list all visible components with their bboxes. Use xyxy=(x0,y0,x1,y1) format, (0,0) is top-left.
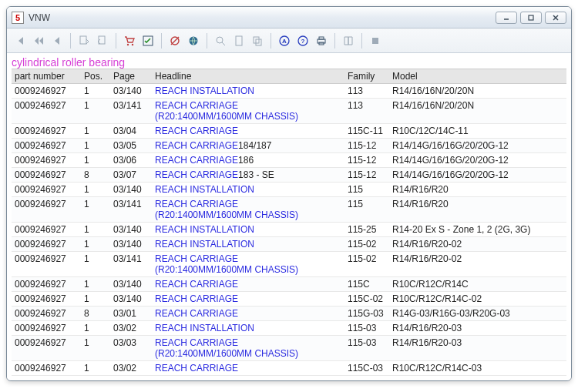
cart-icon[interactable] xyxy=(121,32,138,49)
headline-link[interactable]: REACH INSTALLATION xyxy=(155,239,254,250)
cell-model: R14/14G/16/16G/20/20G-12 xyxy=(389,139,566,153)
cell-family: 115 xyxy=(344,183,389,197)
headline-subtext[interactable]: (R20:1400MM/1600MM CHASSIS) xyxy=(155,264,341,275)
export-alt-icon[interactable] xyxy=(94,32,111,49)
stop-icon[interactable] xyxy=(367,32,384,49)
headline-link[interactable]: REACH CARRIAGE xyxy=(155,199,238,209)
cell-family: 115-12 xyxy=(344,139,389,153)
table-row[interactable]: 0009246927803/01REACH CARRIAGE115G-03R14… xyxy=(12,307,566,321)
cell-pos: 1 xyxy=(81,321,110,336)
col-headline[interactable]: Headline xyxy=(152,69,344,84)
cell-pos: 1 xyxy=(81,84,110,99)
col-model[interactable]: Model xyxy=(389,69,566,84)
page-icon[interactable] xyxy=(230,32,247,49)
cell-model: R14/16/16N/20/20N xyxy=(389,84,566,99)
table-row[interactable]: 0009246927103/02REACH INSTALLATION115-03… xyxy=(12,321,566,336)
cell-page: 03/06 xyxy=(110,153,152,168)
copy-icon[interactable] xyxy=(249,32,266,49)
cell-pos: 1 xyxy=(81,183,110,197)
cell-pos: 1 xyxy=(81,361,110,376)
toolbar-separator xyxy=(161,33,162,49)
headline-link[interactable]: REACH CARRIAGE xyxy=(155,140,238,151)
svg-rect-1 xyxy=(529,15,533,20)
headline-link[interactable]: REACH INSTALLATION xyxy=(155,224,254,235)
hide-red-icon[interactable] xyxy=(166,32,183,49)
headline-link[interactable]: REACH CARRIAGE xyxy=(155,293,238,304)
page-heading: cylindrical roller bearing xyxy=(12,55,566,69)
table-row[interactable]: 0009246927103/02REACH CARRIAGE115C-03R10… xyxy=(12,361,566,376)
nav-first-icon[interactable] xyxy=(12,32,29,49)
cell-part: 0009246927 xyxy=(12,223,81,237)
annotate-icon[interactable]: A xyxy=(276,32,293,49)
cell-headline: REACH CARRIAGE xyxy=(152,124,344,139)
headline-link[interactable]: REACH INSTALLATION xyxy=(155,323,254,333)
headline-link[interactable]: REACH CARRIAGE xyxy=(155,308,238,319)
table-row[interactable]: 0009246927103/06REACH CARRIAGE186115-12R… xyxy=(12,153,566,168)
svg-line-13 xyxy=(222,42,225,45)
headline-subtext[interactable]: (R20:1400MM/1600MM CHASSIS) xyxy=(155,111,341,122)
headline-link[interactable]: REACH CARRIAGE xyxy=(155,155,238,166)
globe-icon[interactable] xyxy=(185,32,202,49)
svg-text:A: A xyxy=(282,38,287,45)
help-icon[interactable]: ? xyxy=(294,32,311,49)
col-pos[interactable]: Pos. xyxy=(81,69,110,84)
table-row[interactable]: 0009246927103/141REACH CARRIAGE(R20:1400… xyxy=(12,252,566,277)
zoom-icon[interactable] xyxy=(212,32,229,49)
maximize-button[interactable] xyxy=(520,12,542,24)
cell-model: R14/R16/R20-03 xyxy=(389,336,566,361)
cell-headline: REACH INSTALLATION xyxy=(152,237,344,252)
headline-link[interactable]: REACH CARRIAGE xyxy=(155,279,238,290)
headline-link[interactable]: REACH INSTALLATION xyxy=(155,184,254,195)
nav-back-icon[interactable] xyxy=(49,32,66,49)
cell-pos: 1 xyxy=(81,237,110,252)
toolbar-separator xyxy=(361,33,362,49)
headline-subtext[interactable]: (R20:1400MM/1600MM CHASSIS) xyxy=(155,209,341,220)
headline-link[interactable]: REACH CARRIAGE xyxy=(155,126,238,136)
checklist-icon[interactable] xyxy=(139,32,156,49)
headline-link[interactable]: REACH CARRIAGE xyxy=(155,253,238,264)
cell-part: 0009246927 xyxy=(12,84,81,99)
table-row[interactable]: 0009246927103/141REACH CARRIAGE(R20:1400… xyxy=(12,197,566,223)
cell-family: 115C xyxy=(344,277,389,292)
svg-text:?: ? xyxy=(301,38,305,45)
app-icon: 5 xyxy=(12,12,24,24)
table-row[interactable]: 0009246927803/07REACH CARRIAGE183 - SE11… xyxy=(12,168,566,183)
table-row[interactable]: 0009246927103/140REACH INSTALLATION115R1… xyxy=(12,183,566,197)
cell-page: 03/04 xyxy=(110,124,152,139)
headline-link[interactable]: REACH INSTALLATION xyxy=(155,85,254,96)
headline-link[interactable]: REACH CARRIAGE xyxy=(155,169,238,180)
cell-page: 03/02 xyxy=(110,361,152,376)
col-page[interactable]: Page xyxy=(110,69,152,84)
cell-headline: REACH CARRIAGE xyxy=(152,361,344,376)
cell-model: R10C/R12C/R14C xyxy=(389,277,566,292)
print-icon[interactable] xyxy=(313,32,330,49)
table-row[interactable]: 0009246927103/05REACH CARRIAGE184/187115… xyxy=(12,139,566,153)
cell-part: 0009246927 xyxy=(12,124,81,139)
cell-part: 0009246927 xyxy=(12,307,81,321)
headline-link[interactable]: REACH CARRIAGE xyxy=(155,363,238,374)
table-row[interactable]: 0009246927103/140REACH INSTALLATION115-2… xyxy=(12,223,566,237)
cell-part: 0009246927 xyxy=(12,237,81,252)
table-row[interactable]: 0009246927103/141REACH CARRIAGE(R20:1400… xyxy=(12,99,566,124)
cell-pos: 8 xyxy=(81,307,110,321)
cell-part: 0009246927 xyxy=(12,321,81,336)
nav-fast-back-icon[interactable] xyxy=(30,32,47,49)
cell-headline: REACH INSTALLATION xyxy=(152,321,344,336)
table-row[interactable]: 0009246927103/140REACH INSTALLATION113R1… xyxy=(12,84,566,99)
table-row[interactable]: 0009246927103/140REACH CARRIAGE115C-02R1… xyxy=(12,292,566,307)
table-row[interactable]: 0009246927103/140REACH INSTALLATION115-0… xyxy=(12,237,566,252)
table-row[interactable]: 0009246927103/140REACH CARRIAGE115CR10C/… xyxy=(12,277,566,292)
headline-link[interactable]: REACH CARRIAGE xyxy=(155,100,238,111)
content-area: cylindrical roller bearing part number P… xyxy=(7,53,571,380)
col-family[interactable]: Family xyxy=(344,69,389,84)
table-row[interactable]: 0009246927103/04REACH CARRIAGE115C-11R10… xyxy=(12,124,566,139)
close-button[interactable] xyxy=(545,12,566,24)
book-icon[interactable] xyxy=(340,32,357,49)
minimize-button[interactable] xyxy=(496,12,517,24)
col-part-number[interactable]: part number xyxy=(12,69,81,84)
table-row[interactable]: 0009246927103/03REACH CARRIAGE(R20:1400M… xyxy=(12,336,566,361)
titlebar[interactable]: 5 VNW xyxy=(7,7,571,28)
headline-subtext[interactable]: (R20:1400MM/1600MM CHASSIS) xyxy=(155,348,341,359)
headline-link[interactable]: REACH CARRIAGE xyxy=(155,337,238,348)
export-icon[interactable] xyxy=(76,32,92,49)
